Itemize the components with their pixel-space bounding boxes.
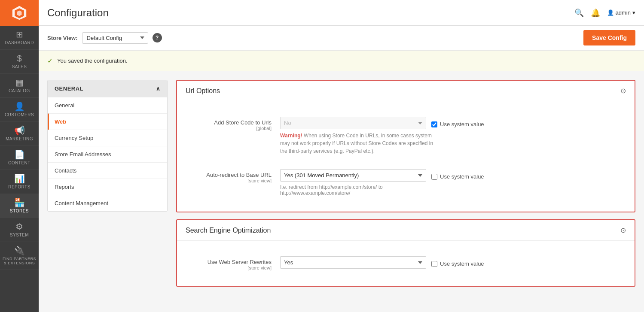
system-value-checkbox-auto-redirect[interactable] — [431, 174, 437, 180]
section-title-seo: Search Engine Optimization — [186, 227, 271, 234]
sidebar-item-content[interactable]: 📄 Content — [0, 146, 39, 170]
logo[interactable] — [0, 0, 39, 26]
form-row-auto-redirect: Auto-redirect to Base URL [store view] Y… — [186, 162, 626, 203]
system-value-checkbox-store-code[interactable] — [431, 121, 437, 127]
left-panel-header[interactable]: GENERAL ∧ — [48, 80, 167, 97]
system-icon: ⚙ — [15, 222, 23, 231]
left-panel: GENERAL ∧ General Web Currency Setup Sto… — [47, 80, 168, 212]
bell-icon[interactable]: 🔔 — [591, 8, 600, 18]
section-title-url-options: Url Options — [186, 87, 220, 95]
sidebar-item-system[interactable]: ⚙ System — [0, 218, 39, 242]
sales-icon: $ — [17, 54, 21, 63]
extensions-icon: 🔌 — [14, 246, 25, 255]
web-server-rewrites-select[interactable]: Yes No — [280, 256, 426, 269]
seo-collapse-icon[interactable]: ⊙ — [620, 226, 626, 234]
store-code-select[interactable]: No Yes — [280, 117, 426, 129]
auto-redirect-select[interactable]: Yes (301 Moved Permanently) Yes (302 Fou… — [280, 169, 426, 182]
content-area: ✓ You saved the configuration. GENERAL ∧… — [39, 50, 644, 312]
customers-icon: 👤 — [14, 102, 25, 111]
toolbar: Store View: Default Config Main Website … — [39, 26, 644, 50]
stores-icon: 🏪 — [14, 198, 25, 207]
sidebar-item-stores[interactable]: 🏪 Stores — [0, 194, 39, 218]
user-name: admin — [616, 9, 631, 16]
url-options-section: Url Options ⊙ Add Store Code to Urls [gl… — [176, 80, 635, 212]
help-icon[interactable]: ? — [153, 33, 162, 42]
left-panel-item-contacts[interactable]: Contacts — [48, 162, 167, 179]
left-panel-title: GENERAL — [55, 85, 83, 92]
sidebar-item-label: Sales — [12, 64, 27, 69]
sidebar: ⊞ Dashboard $ Sales ▦ Catalog 👤 Customer… — [0, 0, 39, 312]
sidebar-item-sales[interactable]: $ Sales — [0, 50, 39, 74]
dropdown-icon: ▾ — [632, 9, 635, 16]
left-panel-item-content-management[interactable]: Content Management — [48, 195, 167, 211]
section-header-seo[interactable]: Search Engine Optimization ⊙ — [177, 220, 635, 241]
toolbar-left: Store View: Default Config Main Website … — [47, 32, 162, 44]
page-title: Configuration — [47, 7, 109, 19]
sidebar-item-customers[interactable]: 👤 Customers — [0, 98, 39, 122]
sidebar-item-label: Dashboard — [5, 40, 34, 45]
seo-section: Search Engine Optimization ⊙ Use Web Ser… — [176, 219, 635, 287]
sidebar-item-label: Marketing — [6, 136, 33, 141]
sidebar-item-catalog[interactable]: ▦ Catalog — [0, 74, 39, 98]
dashboard-icon: ⊞ — [16, 30, 23, 39]
field-label-web-server-rewrites: Use Web Server Rewrites — [208, 259, 272, 265]
sidebar-item-reports[interactable]: 📊 Reports — [0, 170, 39, 194]
system-value-label-rewrites: Use system value — [431, 258, 484, 267]
collapse-icon[interactable]: ⊙ — [620, 87, 626, 95]
catalog-icon: ▦ — [15, 78, 24, 87]
sidebar-item-dashboard[interactable]: ⊞ Dashboard — [0, 26, 39, 50]
left-panel-item-reports[interactable]: Reports — [48, 179, 167, 195]
sidebar-item-label: Catalog — [9, 88, 30, 93]
user-menu[interactable]: 👤 admin ▾ — [607, 9, 635, 16]
header-actions: 🔍 🔔 👤 admin ▾ — [574, 8, 635, 18]
search-icon[interactable]: 🔍 — [574, 8, 584, 18]
sidebar-item-label: Content — [8, 161, 31, 165]
right-panel: Url Options ⊙ Add Store Code to Urls [gl… — [176, 80, 635, 287]
page-header: Configuration 🔍 🔔 👤 admin ▾ — [39, 0, 644, 26]
sidebar-item-label: System — [10, 233, 29, 237]
marketing-icon: 📢 — [14, 126, 25, 135]
section-header-url-options[interactable]: Url Options ⊙ — [177, 81, 635, 101]
sidebar-item-label: Find Partners & Extensions — [2, 257, 37, 265]
form-row-store-code: Add Store Code to Urls [global] No Yes — [186, 110, 626, 162]
sidebar-item-label: Customers — [5, 112, 34, 117]
store-view-select[interactable]: Default Config Main Website Main Website… — [82, 32, 148, 44]
field-label-store-code: Add Store Code to Urls — [214, 119, 272, 126]
form-row-web-server-rewrites: Use Web Server Rewrites [store view] Yes… — [186, 249, 626, 277]
success-icon: ✓ — [47, 57, 53, 65]
hint-text-auto-redirect: I.e. redirect from http://example.com/st… — [280, 184, 626, 196]
chevron-up-icon: ∧ — [156, 85, 161, 92]
save-config-button[interactable]: Save Config — [583, 30, 635, 45]
system-value-checkbox-rewrites[interactable] — [431, 261, 437, 267]
left-panel-item-web[interactable]: Web — [48, 113, 167, 130]
sidebar-item-marketing[interactable]: 📢 Marketing — [0, 122, 39, 146]
field-label-auto-redirect: Auto-redirect to Base URL — [206, 172, 272, 178]
warning-text-store-code: Warning! When using Store Code in URLs, … — [280, 132, 435, 155]
left-panel-item-general[interactable]: General — [48, 97, 167, 113]
user-icon: 👤 — [607, 9, 614, 16]
content-icon: 📄 — [14, 150, 25, 159]
system-value-label-auto-redirect: Use system value — [431, 171, 484, 180]
section-body-seo: Use Web Server Rewrites [store view] Yes… — [177, 241, 635, 286]
field-sub-label-web-server-rewrites: [store view] — [186, 265, 272, 270]
body-layout: GENERAL ∧ General Web Currency Setup Sto… — [39, 71, 644, 295]
store-view-label: Store View: — [47, 35, 78, 41]
sidebar-item-label: Reports — [8, 185, 31, 189]
sidebar-item-extensions[interactable]: 🔌 Find Partners & Extensions — [0, 242, 39, 270]
section-body-url-options: Add Store Code to Urls [global] No Yes — [177, 101, 635, 212]
left-panel-item-store-email[interactable]: Store Email Addresses — [48, 146, 167, 162]
success-text: You saved the configuration. — [57, 58, 128, 64]
field-sub-label-store-code: [global] — [186, 126, 272, 131]
success-message: ✓ You saved the configuration. — [39, 50, 644, 71]
field-sub-label-auto-redirect: [store view] — [186, 178, 272, 183]
system-value-label-store-code: Use system value — [431, 118, 484, 127]
sidebar-item-label: Stores — [10, 209, 29, 213]
reports-icon: 📊 — [14, 174, 25, 183]
left-panel-item-currency-setup[interactable]: Currency Setup — [48, 130, 167, 146]
main-area: Configuration 🔍 🔔 👤 admin ▾ Store View: … — [39, 0, 644, 312]
